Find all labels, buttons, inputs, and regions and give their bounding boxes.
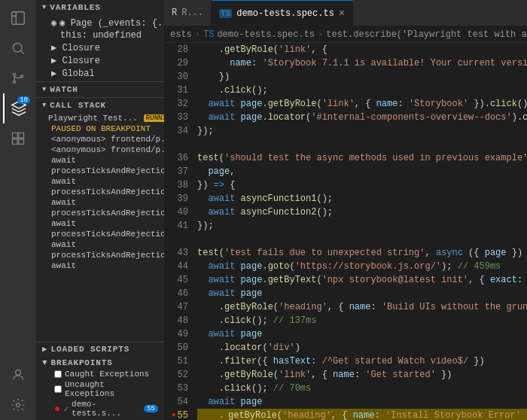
code-line-53: .click(); // 70ms [197, 382, 527, 395]
frame-await6[interactable]: await [36, 260, 164, 271]
ln-36: ●36 [164, 151, 188, 165]
code-line-52: .getByRole('link', { name: 'Get started'… [197, 368, 527, 382]
ln-39: 39 [164, 192, 188, 205]
ln-28: 28 [164, 43, 188, 56]
settings-activity-icon[interactable] [3, 390, 33, 420]
code-line-40: await asyncFunction2(); [197, 205, 527, 219]
ln-50: 50 [164, 341, 188, 355]
frame-process5[interactable]: processTicksAndRejections [36, 250, 164, 260]
frame-anon2[interactable]: <anonymous> frontend/p... [36, 145, 164, 155]
bp-caught-checkbox[interactable] [54, 370, 62, 378]
watch-label: Watch [50, 85, 78, 94]
breadcrumb-part3[interactable]: test.describe('Playwright test with asyn… [326, 29, 527, 40]
code-line-47: .getByRole('heading', { name: 'Build UIs… [197, 300, 527, 314]
frame-await5[interactable]: await [36, 239, 164, 250]
svg-point-1 [13, 43, 22, 52]
code-line-37: page, [197, 165, 527, 178]
svg-point-3 [13, 81, 15, 83]
ln-40: 40 [164, 205, 188, 219]
tab-ts-label: demo-tests.spec.ts [236, 8, 334, 19]
variable-closure2[interactable]: ▶ Closure [36, 54, 164, 67]
code-line-49: await page [197, 327, 527, 341]
ln-54: 54 [164, 395, 188, 409]
frame-await2[interactable]: await [36, 176, 164, 187]
callstack-header[interactable]: ▼ Call Stack [36, 98, 164, 113]
breakpoints-section: ▼ Breakpoints Caught Exceptions Uncaught… [36, 355, 164, 420]
ln-33: 33 [164, 111, 188, 124]
bp-file-item[interactable]: ● ✓ demo-tests.s... 55 [36, 399, 164, 418]
variable-this[interactable]: this: undefined [36, 29, 164, 41]
svg-rect-5 [13, 133, 18, 138]
ln-30: 30 [164, 70, 188, 84]
code-editor: 28 29 30 31 32 33 34 ●36 37 38 39 40 41 … [164, 43, 527, 420]
ts-file-icon: TS [219, 9, 232, 18]
account-activity-icon[interactable] [3, 360, 33, 390]
code-line-34: }); [197, 124, 527, 138]
code-line-41: }); [197, 219, 527, 233]
code-line-43: test('test fails due to unexpected strin… [197, 246, 527, 260]
extensions-activity-icon[interactable] [3, 123, 33, 154]
loaded-scripts-header[interactable]: ▶ Loaded Scripts [36, 342, 164, 355]
code-line-55: .getByRole('heading', { name: 'Install S… [197, 409, 527, 420]
watch-header[interactable]: ▼ Watch [36, 82, 164, 97]
frame-process2[interactable]: processTicksAndRejections [36, 187, 164, 197]
frame-await1[interactable]: await [36, 155, 164, 166]
code-line-29: name: 'Storybook 7.1.1 is available! You… [197, 56, 527, 70]
watch-arrow: ▼ [42, 86, 47, 93]
ln-35 [164, 138, 188, 151]
bp-uncaught-checkbox[interactable] [54, 385, 62, 393]
frame-await3[interactable]: await [36, 197, 164, 208]
line-numbers: 28 29 30 31 32 33 34 ●36 37 38 39 40 41 … [164, 43, 194, 420]
frame-process4[interactable]: processTicksAndRejections [36, 229, 164, 239]
debug-activity-icon[interactable]: 10 [3, 93, 33, 123]
code-line-46: await page [197, 287, 527, 300]
code-line-32: await page.getByRole('link', { name: 'St… [197, 97, 527, 111]
bp-uncaught[interactable]: Uncaught Exceptions [36, 379, 164, 399]
frame-process3[interactable]: processTicksAndRejections [36, 208, 164, 218]
code-line-28: .getByRole('link', { [197, 43, 527, 56]
search-activity-icon[interactable] [3, 33, 33, 63]
variables-header[interactable]: ▼ Variables [36, 0, 164, 15]
ln-52: 52 [164, 368, 188, 382]
breadcrumb-part2[interactable]: demo-tests.spec.ts [217, 29, 315, 40]
ln-51: 51 [164, 355, 188, 368]
sidebar-bottom: ▶ Loaded Scripts ▼ Breakpoints Caught Ex… [36, 342, 164, 420]
ln-48: 48 [164, 314, 188, 327]
callstack-arrow: ▼ [42, 102, 47, 109]
callstack-tree: Playwright Test... RUNNING PAUSED ON BRE… [36, 113, 164, 342]
breadcrumb: ests › TS demo-tests.spec.ts › test.desc… [164, 26, 527, 43]
code-line-51: .filter({ hasText: /^Get started Watch v… [197, 355, 527, 368]
variable-global[interactable]: ▶ Global [36, 67, 164, 80]
explorer-activity-icon[interactable] [3, 3, 33, 33]
tab-r[interactable]: R R... [164, 0, 212, 26]
svg-rect-7 [13, 139, 18, 145]
tab-close-icon[interactable]: × [339, 8, 345, 20]
ln-42 [164, 233, 188, 246]
frame-process1[interactable]: processTicksAndRejections [36, 166, 164, 176]
breadcrumb-part1[interactable]: ests [170, 29, 192, 40]
ln-53: 53 [164, 382, 188, 395]
variable-closure1[interactable]: ▶ Closure [36, 41, 164, 54]
frame-await4[interactable]: await [36, 218, 164, 229]
ln-43: 43 [164, 246, 188, 260]
tab-ts-demo[interactable]: TS demo-tests.spec.ts × [212, 0, 353, 26]
activity-bar: 10 [0, 0, 36, 420]
bp-caught[interactable]: Caught Exceptions [36, 369, 164, 379]
git-activity-icon[interactable] [3, 63, 33, 93]
breakpoints-header[interactable]: ▼ Breakpoints [36, 357, 164, 369]
variable-page[interactable]: ◉ ◉ Page (_events: {...}, ... [36, 17, 164, 29]
ln-38: 38 [164, 178, 188, 192]
callstack-label: Call Stack [50, 101, 106, 110]
frame-anon1[interactable]: <anonymous> frontend/p... [36, 134, 164, 145]
code-content: .getByRole('link', { name: 'Storybook 7.… [194, 43, 527, 420]
code-line-33: await page.locator('#internal-components… [197, 111, 527, 124]
callstack-thread[interactable]: Playwright Test... RUNNING [36, 113, 164, 123]
breadcrumb-ts-icon: TS [203, 29, 214, 40]
variables-arrow: ▼ [42, 4, 47, 11]
ln-41: 41 [164, 219, 188, 233]
ln-46: 46 [164, 287, 188, 300]
code-line-35 [197, 138, 527, 151]
ln-45: 45 [164, 273, 188, 287]
svg-rect-6 [19, 133, 24, 138]
watch-section: ▼ Watch [36, 82, 164, 98]
